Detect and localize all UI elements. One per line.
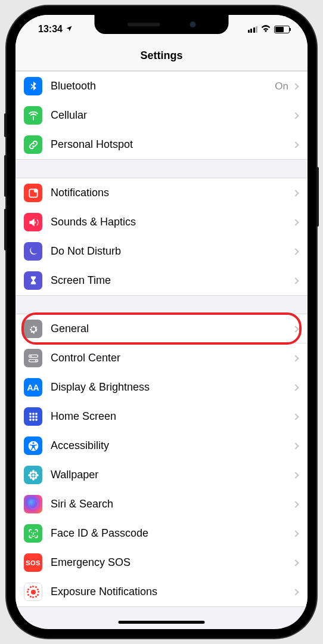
svg-rect-10 (32, 416, 34, 417)
mute-switch[interactable] (4, 113, 7, 137)
svg-point-16 (32, 442, 34, 444)
svg-point-29 (35, 532, 36, 533)
settings-row-hotspot[interactable]: Personal Hotspot (15, 130, 308, 159)
siri-icon (24, 495, 42, 513)
svg-point-22 (29, 470, 32, 474)
settings-row-notifications[interactable]: Notifications (15, 178, 308, 208)
row-label: General (51, 323, 293, 335)
sos-icon: SOS (24, 553, 42, 572)
row-label: Do Not Disturb (51, 245, 293, 258)
svg-point-28 (31, 532, 32, 533)
power-button[interactable] (316, 167, 319, 227)
settings-row-access[interactable]: Accessibility (15, 431, 308, 460)
row-label: Emergency SOS (51, 556, 293, 569)
svg-point-20 (28, 473, 32, 476)
hourglass-icon (24, 271, 42, 290)
accessibility-icon (24, 436, 42, 455)
svg-point-17 (32, 473, 34, 476)
nav-header: Settings (15, 44, 308, 71)
wifi-icon (260, 24, 271, 35)
battery-icon (274, 26, 290, 33)
row-label: Screen Time (51, 274, 293, 287)
chevron-right-icon (292, 413, 299, 420)
front-camera (190, 21, 196, 27)
row-label: Siri & Search (51, 498, 293, 510)
speaker-grille (128, 23, 160, 26)
text-size-icon: AA (24, 378, 42, 397)
row-label: Display & Brightness (51, 381, 293, 394)
row-label: Home Screen (51, 410, 293, 423)
row-label: Exposure Notifications (51, 586, 293, 598)
settings-row-sounds[interactable]: Sounds & Haptics (15, 208, 308, 237)
chevron-right-icon (292, 277, 299, 284)
svg-point-21 (35, 473, 38, 476)
settings-group: NotificationsSounds & HapticsDo Not Dist… (15, 178, 308, 296)
svg-rect-11 (35, 416, 37, 417)
settings-row-bluetooth[interactable]: BluetoothOn (15, 72, 308, 101)
row-label: Accessibility (51, 439, 293, 452)
svg-point-23 (34, 470, 38, 474)
bluetooth-icon (24, 77, 42, 95)
svg-rect-12 (29, 419, 31, 420)
settings-row-sos[interactable]: SOSEmergency SOS (15, 548, 308, 577)
row-label: Sounds & Haptics (51, 216, 293, 228)
settings-row-wallpaper[interactable]: Wallpaper (15, 460, 308, 490)
speaker-icon (24, 213, 42, 231)
settings-row-general[interactable]: General (15, 314, 308, 343)
svg-point-1 (33, 188, 38, 193)
exposure-icon (24, 583, 42, 601)
chevron-right-icon (292, 501, 299, 507)
settings-row-display[interactable]: AADisplay & Brightness (15, 373, 308, 402)
settings-row-dnd[interactable]: Do Not Disturb (15, 237, 308, 266)
settings-row-siri[interactable]: Siri & Search (15, 490, 308, 519)
chevron-right-icon (292, 219, 299, 225)
row-label: Face ID & Passcode (51, 527, 293, 540)
antenna-icon (24, 106, 42, 125)
svg-rect-14 (35, 419, 37, 420)
svg-point-18 (32, 470, 34, 473)
volume-up-button[interactable] (4, 155, 7, 197)
settings-row-faceid[interactable]: Face ID & Passcode (15, 519, 308, 548)
screen: 13:34 Settings BluetoothOnCellularPerson… (15, 15, 308, 629)
chevron-right-icon (292, 384, 299, 391)
chevron-right-icon (292, 559, 299, 566)
chevron-right-icon (292, 472, 299, 478)
phone-frame: 13:34 Settings BluetoothOnCellularPerson… (7, 6, 316, 638)
settings-row-home[interactable]: Home Screen (15, 402, 308, 431)
svg-point-3 (30, 355, 32, 357)
chevron-right-icon (292, 326, 299, 332)
svg-rect-8 (35, 413, 37, 414)
notifications-icon (24, 184, 42, 202)
grid-icon (24, 407, 42, 426)
chevron-right-icon (292, 141, 299, 148)
svg-rect-9 (29, 416, 31, 417)
settings-row-cellular[interactable]: Cellular (15, 101, 308, 130)
cellular-signal-icon (248, 26, 258, 33)
volume-down-button[interactable] (4, 209, 7, 250)
flower-icon (24, 466, 42, 484)
chevron-right-icon (292, 442, 299, 449)
switches-icon (24, 349, 42, 367)
settings-row-exposure[interactable]: Exposure Notifications (15, 577, 308, 606)
settings-row-control[interactable]: Control Center (15, 343, 308, 373)
row-label: Personal Hotspot (51, 138, 293, 151)
row-label: Wallpaper (51, 469, 293, 481)
moon-icon (24, 242, 42, 261)
gear-icon (24, 320, 42, 338)
chevron-right-icon (292, 530, 299, 537)
svg-point-24 (29, 476, 32, 479)
settings-group: BluetoothOnCellularPersonal Hotspot (15, 71, 308, 160)
chevron-right-icon (292, 190, 299, 196)
svg-point-19 (32, 476, 34, 480)
svg-rect-7 (32, 413, 34, 414)
row-label: Bluetooth (51, 80, 275, 92)
status-time: 13:34 (38, 24, 63, 35)
row-label: Notifications (51, 187, 293, 199)
settings-list[interactable]: BluetoothOnCellularPersonal HotspotNotif… (15, 71, 308, 627)
svg-rect-6 (29, 413, 31, 414)
home-indicator[interactable] (119, 621, 205, 624)
chevron-right-icon (292, 589, 299, 595)
settings-group: GeneralControl CenterAADisplay & Brightn… (15, 314, 308, 607)
settings-row-screentime[interactable]: Screen Time (15, 266, 308, 295)
location-icon (66, 25, 73, 34)
